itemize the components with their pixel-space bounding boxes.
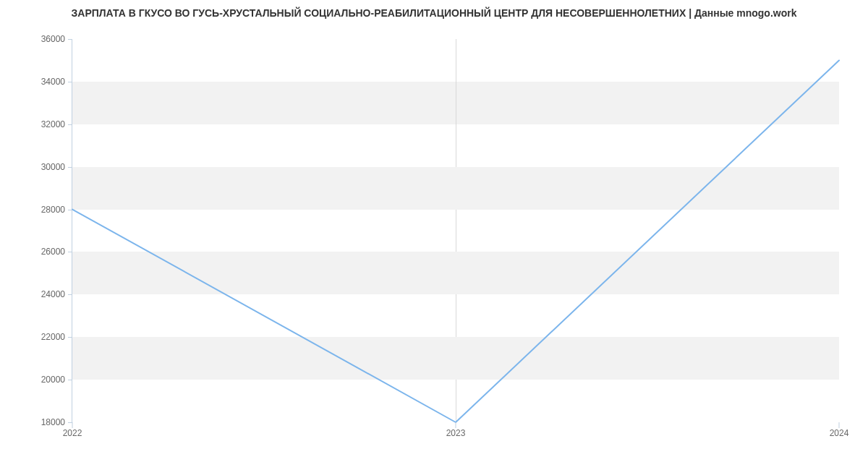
x-tick-mark xyxy=(72,422,73,428)
y-tick-mark xyxy=(68,294,72,295)
y-tick-mark xyxy=(68,39,72,40)
x-tick-mark xyxy=(839,422,840,428)
chart-title: ЗАРПЛАТА В ГКУСО ВО ГУСЬ-ХРУСТАЛЬНЫЙ СОЦ… xyxy=(0,7,868,19)
plot-area: 1800020000220002400026000280003000032000… xyxy=(72,39,839,422)
y-tick-mark xyxy=(68,210,72,210)
salary-line-chart: ЗАРПЛАТА В ГКУСО ВО ГУСЬ-ХРУСТАЛЬНЫЙ СОЦ… xyxy=(0,0,868,470)
y-tick-mark xyxy=(68,167,72,168)
x-tick-mark xyxy=(456,422,456,428)
line-series-svg xyxy=(72,39,839,422)
y-tick-mark xyxy=(68,380,72,380)
y-tick-mark xyxy=(68,82,72,82)
y-tick-mark xyxy=(68,252,72,252)
y-tick-mark xyxy=(68,337,72,338)
series-line xyxy=(72,60,839,422)
y-tick-mark xyxy=(68,124,72,125)
